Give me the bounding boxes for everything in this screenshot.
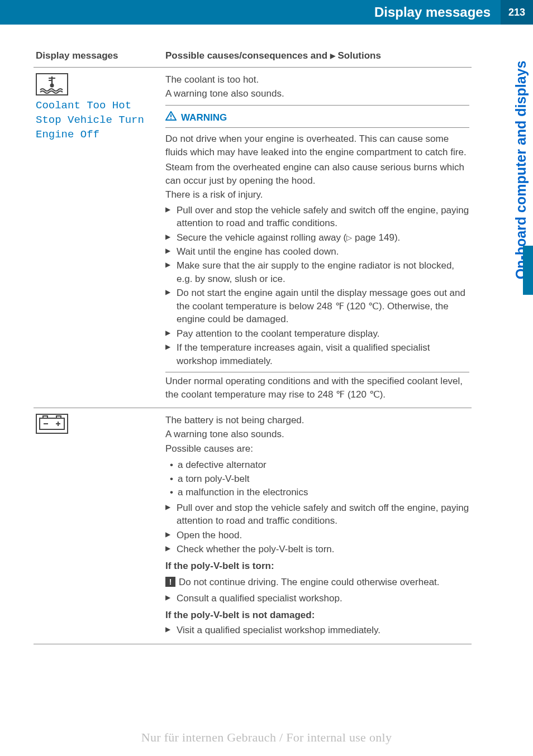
warning-text: There is a risk of injury. <box>165 188 469 201</box>
svg-rect-11 <box>56 416 61 418</box>
list-item: a torn poly-V-belt <box>165 472 469 485</box>
warning-label: WARNING <box>181 111 227 124</box>
watermark: Nur für internen Gebrauch / For internal… <box>0 730 533 745</box>
coolant-icon <box>36 73 68 95</box>
solution-list: Pull over and stop the vehicle safely an… <box>165 204 469 367</box>
solution-list: Consult a qualified specialist workshop. <box>165 592 469 605</box>
table-row: The battery is not being charged. A warn… <box>34 408 472 644</box>
col-header-messages: Display messages <box>34 47 163 68</box>
page-number: 213 <box>501 0 533 25</box>
messages-table: Display messages Possible causes/consequ… <box>34 47 472 644</box>
solution-cell-battery: The battery is not being charged. A warn… <box>163 408 472 644</box>
list-item: Pull over and stop the vehicle safely an… <box>165 501 469 528</box>
list-item: Check whether the poly-V-belt is torn. <box>165 543 469 556</box>
intro-text: A warning tone also sounds. <box>165 87 469 100</box>
sub-heading: If the poly-V-belt is not damaged: <box>165 609 469 621</box>
solution-cell-coolant: The coolant is too hot. A warning tone a… <box>163 68 472 408</box>
list-item: Secure the vehicle against rolling away … <box>165 231 469 244</box>
outro-text: Under normal operating conditions and wi… <box>165 375 469 401</box>
intro-text: Possible causes are: <box>165 442 469 455</box>
list-item: Consult a qualified specialist workshop. <box>165 592 469 605</box>
side-tab-accent <box>523 246 533 295</box>
list-item: Pay attention to the coolant temperature… <box>165 327 469 340</box>
list-item: Wait until the engine has cooled down. <box>165 245 469 258</box>
svg-rect-8 <box>36 414 68 433</box>
display-msg-line: Stop Vehicle Turn <box>36 113 161 128</box>
warning-heading: WARNING <box>165 108 469 126</box>
page-content: Display messages Possible causes/consequ… <box>0 25 533 644</box>
display-msg-line: Engine Off <box>36 128 161 142</box>
list-item: a malfunction in the electronics <box>165 486 469 499</box>
list-item: Open the hood. <box>165 529 469 542</box>
sub-heading: If the poly-V-belt is torn: <box>165 559 469 572</box>
solution-list: Visit a qualified specialist workshop im… <box>165 624 469 637</box>
intro-text: A warning tone also sounds. <box>165 428 469 441</box>
solution-list: Pull over and stop the vehicle safely an… <box>165 501 469 556</box>
header-title: Display messages <box>374 4 501 20</box>
battery-icon <box>36 414 68 434</box>
caution-text: !Do not continue driving. The engine cou… <box>165 576 469 588</box>
col-header-solutions: Possible causes/consequences and ▶ Solut… <box>163 47 472 68</box>
triangle-icon: ▶ <box>330 52 335 60</box>
list-item: Do not start the engine again until the … <box>165 286 469 326</box>
list-item: If the temperature increases again, visi… <box>165 341 469 367</box>
list-item: a defective alternator <box>165 458 469 471</box>
svg-rect-10 <box>43 416 47 418</box>
list-item: Visit a qualified specialist workshop im… <box>165 624 469 637</box>
svg-rect-9 <box>40 418 64 429</box>
display-msg-line: Coolant Too Hot <box>36 99 161 113</box>
table-row: Coolant Too Hot Stop Vehicle Turn Engine… <box>34 68 472 408</box>
cause-list: a defective alternator a torn poly-V-bel… <box>165 458 469 499</box>
list-item: Make sure that the air supply to the eng… <box>165 259 469 285</box>
message-cell-coolant: Coolant Too Hot Stop Vehicle Turn Engine… <box>34 68 163 408</box>
intro-text: The coolant is too hot. <box>165 73 469 86</box>
page-header: Display messages 213 <box>0 0 533 25</box>
intro-text: The battery is not being charged. <box>165 414 469 427</box>
warning-text: Steam from the overheated engine can als… <box>165 161 469 187</box>
message-cell-battery <box>34 408 163 644</box>
list-item: Pull over and stop the vehicle safely an… <box>165 204 469 230</box>
svg-point-7 <box>170 118 172 119</box>
svg-point-5 <box>50 84 54 88</box>
page-ref-icon: ▷ <box>346 233 352 242</box>
warning-triangle-icon <box>165 111 177 124</box>
exclamation-icon: ! <box>165 577 175 587</box>
warning-text: Do not drive when your engine is overhea… <box>165 132 469 159</box>
